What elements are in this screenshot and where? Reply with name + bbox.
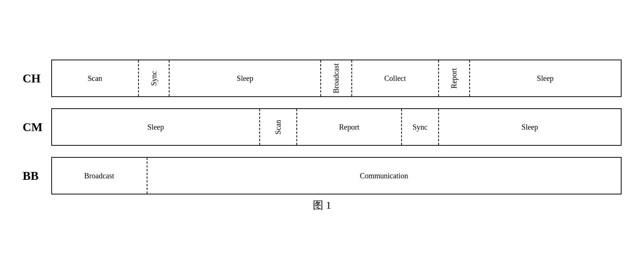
segment-cm-0: Sleep xyxy=(52,109,260,145)
segment-text-ch-3: Broadcast xyxy=(332,63,341,93)
segment-text-ch-1: Sync xyxy=(150,71,158,86)
timeline-bb: BroadcastCommunication xyxy=(51,157,622,194)
diagram: CHScanSyncSleepBroadcastCollectReportSle… xyxy=(23,60,622,194)
segment-cm-4: Sleep xyxy=(439,109,621,145)
segment-ch-5: Report xyxy=(439,60,470,96)
label-bb: BB xyxy=(23,169,45,183)
label-ch: CH xyxy=(23,72,45,85)
segment-bb-0: Broadcast xyxy=(52,158,147,194)
segment-text-cm-3: Sync xyxy=(412,123,427,132)
segment-text-ch-4: Collect xyxy=(384,74,406,83)
segment-text-cm-2: Report xyxy=(339,123,359,132)
segment-text-cm-0: Sleep xyxy=(147,123,164,132)
segment-ch-4: Collect xyxy=(352,60,439,96)
segment-ch-3: Broadcast xyxy=(321,60,352,96)
row-cm: CMSleepScanReportSyncSleep xyxy=(23,108,622,146)
segment-bb-1: Communication xyxy=(147,158,621,194)
segment-ch-6: Sleep xyxy=(470,60,621,96)
row-ch: CHScanSyncSleepBroadcastCollectReportSle… xyxy=(23,60,622,97)
segment-text-ch-6: Sleep xyxy=(537,74,553,83)
timeline-cm: SleepScanReportSyncSleep xyxy=(51,108,622,146)
timeline-ch: ScanSyncSleepBroadcastCollectReportSleep xyxy=(51,60,622,97)
row-bb: BBBroadcastCommunication xyxy=(23,157,622,194)
segment-cm-2: Report xyxy=(297,109,402,145)
segment-text-ch-5: Report xyxy=(450,68,458,88)
label-cm: CM xyxy=(23,120,45,134)
segment-text-bb-1: Communication xyxy=(360,172,408,180)
segment-text-ch-0: Scan xyxy=(88,74,102,83)
segment-text-ch-2: Sleep xyxy=(237,74,253,83)
segment-cm-1: Scan xyxy=(260,109,297,145)
segment-ch-0: Scan xyxy=(52,60,139,96)
segment-text-cm-4: Sleep xyxy=(522,123,538,132)
segment-cm-3: Sync xyxy=(402,109,439,145)
segment-ch-2: Sleep xyxy=(170,60,321,96)
segment-text-cm-1: Scan xyxy=(274,120,283,135)
figure-caption: 图 1 xyxy=(313,198,331,212)
segment-ch-1: Sync xyxy=(139,60,170,96)
segment-text-bb-0: Broadcast xyxy=(84,172,114,180)
